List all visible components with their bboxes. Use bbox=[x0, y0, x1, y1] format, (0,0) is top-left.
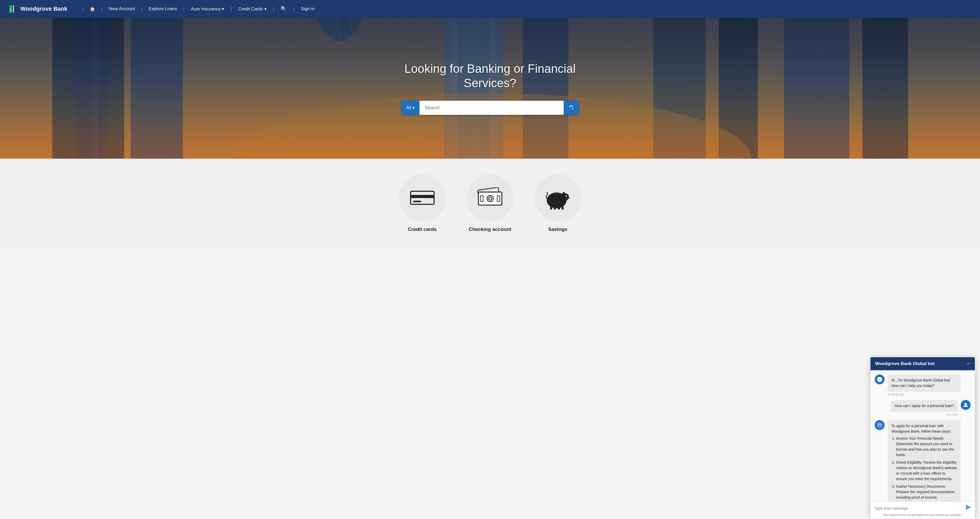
hero-content: Looking for Banking or Financial Service… bbox=[391, 62, 589, 115]
search-bar: All ▾ bbox=[401, 101, 579, 115]
auto-insurance-link[interactable]: Auto Insurance ▾ bbox=[189, 5, 226, 13]
svg-rect-3 bbox=[13, 5, 14, 13]
svg-rect-21 bbox=[410, 195, 434, 198]
search-input[interactable] bbox=[420, 101, 563, 115]
svg-point-33 bbox=[562, 192, 565, 196]
svg-rect-23 bbox=[413, 201, 415, 202]
svg-rect-37 bbox=[554, 207, 556, 209]
svg-rect-38 bbox=[558, 207, 560, 209]
sign-in-link[interactable]: Sign in bbox=[299, 5, 317, 13]
filter-chevron-icon: ▾ bbox=[412, 105, 415, 111]
checking-account-icon-circle bbox=[467, 174, 514, 221]
navigation: Woodgrove Bank | 🏠 | New Account | Explo… bbox=[0, 0, 980, 18]
svg-rect-7 bbox=[130, 18, 183, 159]
checking-account-label: Checking account bbox=[469, 227, 512, 232]
svg-rect-34 bbox=[554, 192, 559, 193]
svg-point-42 bbox=[568, 198, 569, 198]
logo-icon bbox=[8, 4, 18, 14]
logo[interactable]: Woodgrove Bank bbox=[8, 4, 67, 14]
home-link[interactable]: 🏠 bbox=[88, 5, 97, 13]
svg-rect-17 bbox=[784, 18, 850, 159]
nav-links: | 🏠 | New Account | Explore Loans | Auto… bbox=[78, 5, 972, 13]
svg-rect-36 bbox=[550, 206, 552, 209]
svg-rect-26 bbox=[479, 192, 502, 205]
search-icon bbox=[568, 105, 574, 111]
svg-rect-24 bbox=[416, 201, 418, 202]
credit-cards-dropdown-icon: ▾ bbox=[264, 6, 267, 11]
new-account-link[interactable]: New Account bbox=[107, 5, 137, 13]
explore-loans-link[interactable]: Explore Loans bbox=[146, 5, 179, 13]
savings-icon-circle bbox=[535, 174, 581, 221]
hero-title: Looking for Banking or Financial Service… bbox=[391, 62, 589, 90]
service-checking-account[interactable]: Checking account bbox=[461, 174, 519, 232]
service-credit-cards[interactable]: Credit cards bbox=[394, 174, 451, 232]
svg-rect-39 bbox=[562, 206, 564, 209]
svg-point-35 bbox=[565, 195, 567, 197]
search-icon-button[interactable]: 🔍 bbox=[278, 5, 289, 13]
service-savings[interactable]: Savings bbox=[529, 174, 587, 232]
svg-rect-18 bbox=[862, 18, 908, 159]
hero-section: Looking for Banking or Financial Service… bbox=[0, 18, 980, 159]
credit-card-icon bbox=[409, 188, 435, 207]
services-section: Credit cards Checking account bbox=[0, 159, 980, 248]
cash-icon bbox=[476, 187, 504, 208]
credit-cards-label: Credit cards bbox=[408, 227, 437, 232]
piggy-bank-icon bbox=[545, 186, 571, 209]
savings-label: Savings bbox=[548, 227, 567, 232]
search-submit-button[interactable] bbox=[564, 101, 579, 115]
auto-insurance-dropdown-icon: ▾ bbox=[222, 6, 224, 11]
credit-card-icon-circle bbox=[399, 174, 446, 221]
credit-cards-link[interactable]: Credit Cards ▾ bbox=[236, 5, 269, 13]
svg-rect-2 bbox=[10, 5, 12, 9]
search-filter-dropdown[interactable]: All ▾ bbox=[401, 101, 420, 115]
